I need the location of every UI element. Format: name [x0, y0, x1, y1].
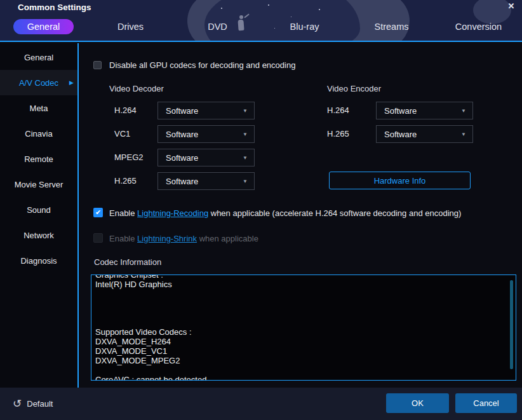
tab-general[interactable]: General [0, 14, 87, 39]
active-item-arrow-icon: ▶ [69, 79, 74, 86]
close-icon[interactable]: ✕ [505, 1, 517, 11]
sidebar-item-diagnosis[interactable]: Diagnosis [0, 248, 77, 273]
decoder-vc1-label: VC1 [114, 125, 130, 143]
sidebar-item-cinavia[interactable]: Cinavia [0, 121, 77, 146]
star-dot [221, 8, 222, 9]
sidebar-item-sound[interactable]: Sound [0, 197, 77, 222]
lightning-shrink-label: Enable Lightning-Shrink when applicable [109, 234, 258, 243]
decoder-h265-select[interactable]: Software ▼ [157, 172, 255, 190]
chevron-down-icon: ▼ [243, 132, 248, 137]
tab-drives[interactable]: Drives [87, 14, 174, 39]
sidebar-item-remote[interactable]: Remote [0, 146, 77, 172]
decoder-h264-label: H.264 [114, 102, 137, 119]
tab-blu-ray[interactable]: Blu-ray [261, 14, 348, 39]
cancel-button[interactable]: Cancel [455, 393, 517, 413]
reset-icon: ↻ [13, 397, 22, 410]
dialog-title: Common Settings [18, 3, 91, 12]
sidebar-item-network[interactable]: Network [0, 222, 77, 248]
lightning-shrink-link[interactable]: Lightning-Shrink [137, 234, 197, 243]
hardware-info-button[interactable]: Hardware Info [329, 172, 471, 189]
ok-button[interactable]: OK [386, 393, 449, 413]
av-codec-panel: Disable all GPU codecs for decoding and … [80, 43, 522, 388]
common-settings-dialog: Common Settings ✕ General Drives DVD Blu… [0, 0, 522, 420]
disable-gpu-label: Disable all GPU codecs for decoding and … [109, 60, 295, 70]
video-decoder-title: Video Decoder [109, 84, 164, 93]
check-icon: ✔ [95, 208, 101, 216]
video-encoder-title: Video Encoder [327, 84, 381, 93]
chevron-down-icon: ▼ [243, 179, 248, 184]
sidebar-item-movie-server[interactable]: Movie Server [0, 172, 77, 197]
chevron-down-icon: ▼ [243, 155, 248, 161]
decoder-mpeg2-select[interactable]: Software ▼ [157, 149, 255, 166]
lightning-recoding-label: Enable Lightning-Recoding when applicabl… [109, 208, 461, 218]
encoder-h264-select[interactable]: Software ▼ [376, 102, 473, 119]
lightning-recoding-checkbox[interactable]: ✔ [93, 208, 103, 217]
sidebar-item-meta[interactable]: Meta [0, 95, 77, 121]
chevron-down-icon: ▼ [461, 108, 466, 114]
tab-conversion[interactable]: Conversion [435, 14, 522, 39]
sidebar-item-av-codec[interactable]: A/V Codec ▶ [0, 70, 77, 95]
default-button[interactable]: ↻ Default [13, 388, 53, 420]
decoder-vc1-select[interactable]: Software ▼ [157, 125, 255, 143]
encoder-h265-label: H.265 [327, 125, 349, 143]
decoder-h265-label: H.265 [114, 172, 137, 190]
tab-dvd[interactable]: DVD [174, 14, 261, 39]
star-dot [319, 9, 320, 10]
vertical-scrollbar-thumb[interactable] [510, 280, 513, 369]
chevron-down-icon: ▼ [461, 132, 466, 137]
encoder-h265-select[interactable]: Software ▼ [376, 125, 473, 143]
top-tab-bar: General Drives DVD Blu-ray Streams Conve… [0, 14, 522, 39]
star-dot [268, 4, 269, 6]
dialog-footer: ↻ Default OK Cancel [0, 388, 522, 420]
settings-sidebar: General A/V Codec ▶ Meta Cinavia Remote … [0, 43, 79, 388]
lightning-shrink-checkbox[interactable] [93, 233, 103, 243]
codec-information-textbox[interactable]: Graphics Chipset : Intel(R) HD Graphics … [91, 274, 516, 381]
dialog-header: Common Settings ✕ General Drives DVD Blu… [0, 0, 522, 42]
chevron-down-icon: ▼ [243, 108, 248, 114]
codec-information-title: Codec Information [94, 257, 161, 267]
disable-gpu-checkbox[interactable] [93, 61, 102, 69]
decoder-mpeg2-label: MPEG2 [114, 149, 144, 166]
decoder-h264-select[interactable]: Software ▼ [157, 102, 255, 119]
lightning-recoding-link[interactable]: Lightning-Recoding [137, 208, 208, 218]
sidebar-item-general[interactable]: General [0, 44, 77, 70]
tab-streams[interactable]: Streams [348, 14, 435, 39]
encoder-h264-label: H.264 [327, 102, 349, 119]
codec-information-text: Graphics Chipset : Intel(R) HD Graphics … [95, 274, 516, 381]
